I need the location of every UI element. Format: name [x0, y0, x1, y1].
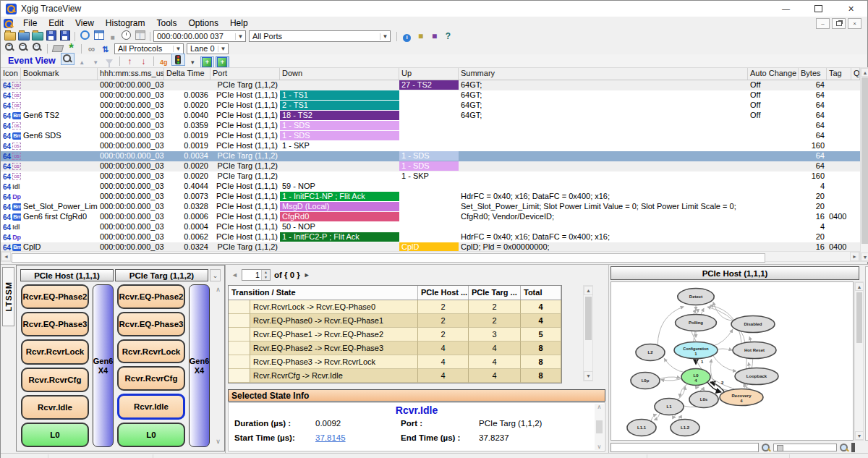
transition-row[interactable]: Rcvr.EQ-Phase3 -> Rcvr.RcvrLock448 [229, 355, 561, 369]
jump-down-icon[interactable]: ↓ [137, 56, 150, 67]
state-node-l12[interactable]: L1.2 [671, 420, 699, 436]
jump-up-icon[interactable]: ↑ [124, 56, 136, 67]
spinner-up-icon[interactable]: ▲ [262, 270, 270, 275]
column-header-up[interactable]: Up [399, 68, 459, 80]
state-node-loopback[interactable]: Loopback [735, 368, 778, 385]
table-row[interactable]: 64os000:00:00.000_0370.0359PCIe Host (1,… [1, 121, 860, 131]
table-row[interactable]: 64os000:00:00.000_0370.0020PCIe Host (1,… [1, 101, 860, 111]
scroll-down-icon[interactable]: ▼ [855, 431, 864, 440]
column-header-hhh-mm-ss-ms-us[interactable]: hhh:mm:ss.ms_us [98, 68, 164, 80]
column-header-delta-time[interactable]: Delta Time [164, 68, 210, 80]
transition-header-1[interactable]: PCIe Host ... [418, 286, 469, 300]
ltssm-state-rcvr-eq-phase3[interactable]: Rcvr.EQ-Phase3 [117, 312, 185, 336]
select-event-icon[interactable] [61, 53, 75, 65]
state-node-l2[interactable]: L2 [636, 344, 665, 361]
scroll-up-icon[interactable]: ▲ [861, 68, 868, 77]
info-icon[interactable]: i [401, 33, 413, 43]
ltssm-dropdown-button[interactable]: ⌄ [210, 269, 221, 281]
scroll-thumb[interactable] [585, 297, 592, 340]
transition-header-3[interactable]: Total [521, 286, 561, 300]
column-header-qu[interactable]: Qu [851, 68, 860, 80]
maximize-button[interactable] [802, 1, 835, 17]
zoom-out-icon[interactable] [761, 443, 771, 453]
table-row[interactable]: 64os000:00:00.000_0370.0036PCIe Host (1,… [1, 90, 860, 101]
zoom-out-icon[interactable]: − [17, 42, 30, 53]
ltssm-state-rcvr-eq-phase2[interactable]: Rcvr.EQ-Phase2 [21, 284, 89, 309]
table-row[interactable]: 64BmGen6 first CfgRd0000:00:00.000_0380.… [1, 212, 860, 222]
ltssm-state-l0[interactable]: L0 [117, 423, 185, 447]
menu-tools[interactable]: Tools [151, 17, 183, 29]
state-node-l1[interactable]: L1 [655, 399, 684, 415]
column-header-icon[interactable]: Icon [1, 68, 21, 80]
zoom-fit-icon[interactable]: ↔ [31, 42, 43, 53]
menu-file[interactable]: File [17, 17, 43, 29]
ltssm-scroll-down-icon[interactable]: ∨ [213, 438, 223, 445]
transition-scrollbar[interactable]: ▲ ▼ [583, 285, 593, 381]
scroll-thumb[interactable] [861, 77, 868, 244]
table-row[interactable]: 64Dp000:00:00.000_0380.0073PCIe Host (1,… [1, 192, 860, 202]
state-node-l0[interactable]: L04 [681, 369, 710, 386]
state-node-detect[interactable]: Detect [678, 289, 714, 305]
transition-row[interactable]: Rcvr.EQ-Phase0 -> Rcvr.EQ-Phase1224 [229, 314, 561, 328]
tag-icon[interactable] [51, 43, 64, 54]
transition-header-0[interactable]: Transition / State [229, 286, 418, 300]
help-icon[interactable]: ? [442, 31, 454, 42]
table-row[interactable]: 64BmGen6 SDS000:00:00.000_0370.0019PCIe … [1, 131, 860, 141]
table-row[interactable]: 64Idl000:00:00.000_0380.4044PCIe Host (1… [1, 182, 860, 192]
grid-vertical-scrollbar[interactable]: ▲ ▼ [860, 67, 868, 262]
state-node-disabled[interactable]: Disabled [731, 316, 775, 333]
transition-row[interactable]: Rcvr.RcvrCfg -> Rcvr.Idle448 [229, 369, 561, 383]
ltssm-state-rcvr-rcvrlock[interactable]: Rcvr.RcvrLock [21, 339, 89, 364]
column-header-bookmark[interactable]: Bookmark [21, 68, 98, 80]
ltssm-state-rcvr-rcvrlock[interactable]: Rcvr.RcvrLock [117, 339, 185, 364]
spinner-down-icon[interactable]: ▼ [262, 275, 270, 280]
zoom-in-icon[interactable]: + [4, 42, 16, 53]
ltssm-host-header[interactable]: PCIe Host (1,1,1) [20, 269, 114, 281]
table-row[interactable]: 64Idl000:00:00.000_0380.0004PCIe Host (1… [1, 222, 860, 232]
menu-help[interactable]: Help [224, 17, 254, 29]
ltssm-scroll-up-icon[interactable]: ∧ [213, 286, 223, 293]
scroll-up-icon[interactable]: ∧ [595, 404, 604, 410]
state-node-l0s[interactable]: L0s [689, 391, 718, 408]
column-header-down[interactable]: Down [280, 68, 399, 80]
menu-edit[interactable]: Edit [43, 17, 69, 29]
filter-icon[interactable] [103, 56, 116, 67]
menu-view[interactable]: View [69, 17, 100, 29]
nav-next-icon[interactable]: ► [304, 271, 310, 279]
scroll-thumb[interactable] [596, 420, 603, 433]
state-node-l11[interactable]: L1.1 [627, 420, 656, 436]
ltssm-state-rcvr-rcvrcfg[interactable]: Rcvr.RcvrCfg [117, 366, 185, 391]
ltssm-tab[interactable]: LTSSM [2, 267, 14, 326]
state-node-polling[interactable]: Polling [676, 315, 717, 331]
column-header-bytes[interactable]: Bytes [799, 68, 827, 80]
event-filter-2-icon[interactable]: + [216, 56, 229, 69]
ports-combobox[interactable]: All Ports ▼ [249, 30, 391, 42]
ltssm-targ-header[interactable]: PCIe Targ (1,1,2) [115, 269, 208, 281]
table-row[interactable]: 64BmGen6 TS2000:00:00.000_0370.0040PCIe … [1, 111, 860, 121]
transition-header-2[interactable]: PCIe Targ ... [469, 286, 521, 300]
diagram-scrollbar[interactable]: ▲ ▼ [854, 281, 864, 441]
protocols-combobox[interactable]: All Protocols ▼ [114, 43, 184, 54]
scroll-up-icon[interactable]: ▲ [855, 282, 864, 291]
save-icon[interactable] [45, 30, 57, 41]
zoom-slider[interactable] [773, 444, 837, 451]
ltssm-state-rcvr-idle[interactable]: Rcvr.Idle [21, 395, 89, 420]
legend-purple-icon[interactable]: ■ [428, 31, 441, 42]
column-header-auto-change[interactable]: Auto Change [748, 68, 799, 80]
splitter-handle[interactable] [851, 443, 855, 452]
transition-row[interactable]: Rcvr.EQ-Phase2 -> Rcvr.EQ-Phase3448 [229, 342, 561, 355]
ltssm-state-rcvr-eq-phase2[interactable]: Rcvr.EQ-Phase2 [117, 284, 185, 309]
ltssm-state-rcvr-eq-phase3[interactable]: Rcvr.EQ-Phase3 [21, 312, 89, 336]
decode-star-icon[interactable]: * [65, 43, 77, 54]
zoom-slider-thumb[interactable] [777, 445, 783, 451]
scroll-down-icon[interactable]: ▼ [584, 371, 593, 381]
state-node-hotreset[interactable]: Hot Reset [733, 342, 776, 359]
trace-import-icon[interactable] [17, 30, 30, 41]
column-header-summary[interactable]: Summary [459, 68, 748, 80]
mdi-restore-button[interactable] [832, 18, 846, 29]
column-header-tag[interactable]: Tag [827, 68, 851, 80]
ltssm-state-rcvr-idle[interactable]: Rcvr.Idle [117, 394, 185, 420]
zoom-in-icon[interactable] [839, 443, 849, 453]
time-combobox[interactable]: 000:00:00.000 037 ▼ [153, 30, 246, 42]
scroll-down-icon[interactable]: ▼ [861, 253, 868, 261]
